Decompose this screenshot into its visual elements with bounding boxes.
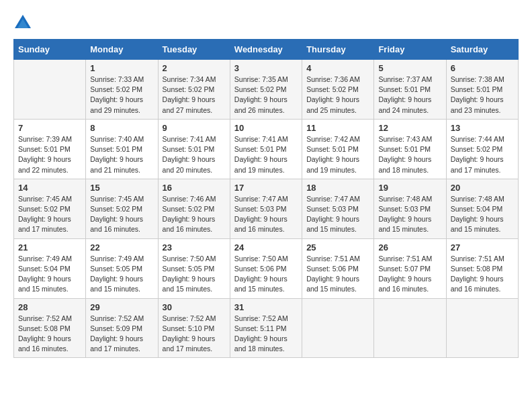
day-number: 9 [163,123,226,133]
calendar-cell: 17Sunrise: 7:47 AMSunset: 5:03 PMDayligh… [230,179,302,238]
day-info: Sunrise: 7:50 AMSunset: 5:05 PMDaylight:… [163,254,226,295]
day-number: 28 [18,302,81,312]
day-info: Sunrise: 7:40 AMSunset: 5:01 PMDaylight:… [90,134,153,175]
calendar-cell: 27Sunrise: 7:51 AMSunset: 5:08 PMDayligh… [446,238,518,298]
calendar-cell [446,298,518,358]
day-info: Sunrise: 7:33 AMSunset: 5:02 PMDaylight:… [90,75,153,116]
day-number: 16 [163,183,226,193]
day-number: 12 [378,123,441,133]
col-header-saturday: Saturday [446,40,518,60]
calendar-header-row: SundayMondayTuesdayWednesdayThursdayFrid… [14,40,519,60]
day-number: 30 [163,302,226,312]
day-info: Sunrise: 7:41 AMSunset: 5:01 PMDaylight:… [234,134,298,175]
calendar-cell: 31Sunrise: 7:52 AMSunset: 5:11 PMDayligh… [230,298,302,358]
calendar-cell [374,298,446,358]
calendar-week-row: 21Sunrise: 7:49 AMSunset: 5:04 PMDayligh… [14,238,519,298]
day-number: 5 [378,63,441,73]
day-number: 19 [378,183,441,193]
day-info: Sunrise: 7:52 AMSunset: 5:11 PMDaylight:… [234,314,298,355]
day-number: 18 [306,183,369,193]
calendar-cell: 25Sunrise: 7:51 AMSunset: 5:06 PMDayligh… [302,238,374,298]
calendar-cell: 6Sunrise: 7:38 AMSunset: 5:01 PMDaylight… [446,60,518,120]
calendar-cell: 8Sunrise: 7:40 AMSunset: 5:01 PMDaylight… [86,119,158,179]
day-info: Sunrise: 7:41 AMSunset: 5:01 PMDaylight:… [163,134,226,175]
calendar-cell: 12Sunrise: 7:43 AMSunset: 5:01 PMDayligh… [374,119,446,179]
calendar-cell: 13Sunrise: 7:44 AMSunset: 5:02 PMDayligh… [446,119,518,179]
day-info: Sunrise: 7:45 AMSunset: 5:02 PMDaylight:… [90,194,153,235]
day-info: Sunrise: 7:47 AMSunset: 5:03 PMDaylight:… [306,194,369,235]
calendar-cell: 23Sunrise: 7:50 AMSunset: 5:05 PMDayligh… [158,238,230,298]
day-info: Sunrise: 7:50 AMSunset: 5:06 PMDaylight:… [234,254,298,295]
col-header-sunday: Sunday [14,40,86,60]
day-number: 6 [451,63,514,73]
day-info: Sunrise: 7:39 AMSunset: 5:01 PMDaylight:… [18,134,81,175]
day-info: Sunrise: 7:43 AMSunset: 5:01 PMDaylight:… [378,134,441,175]
day-info: Sunrise: 7:48 AMSunset: 5:04 PMDaylight:… [451,194,514,235]
calendar-week-row: 7Sunrise: 7:39 AMSunset: 5:01 PMDaylight… [14,119,519,179]
day-number: 11 [306,123,369,133]
calendar-cell: 16Sunrise: 7:46 AMSunset: 5:02 PMDayligh… [158,179,230,238]
day-number: 20 [451,183,514,193]
calendar-cell: 14Sunrise: 7:45 AMSunset: 5:02 PMDayligh… [14,179,86,238]
day-info: Sunrise: 7:52 AMSunset: 5:10 PMDaylight:… [163,314,226,355]
day-number: 31 [234,302,298,312]
day-number: 29 [90,302,153,312]
page-header [13,13,519,32]
day-number: 7 [18,123,81,133]
day-info: Sunrise: 7:52 AMSunset: 5:08 PMDaylight:… [18,314,81,355]
calendar-cell: 22Sunrise: 7:49 AMSunset: 5:05 PMDayligh… [86,238,158,298]
day-info: Sunrise: 7:49 AMSunset: 5:05 PMDaylight:… [90,254,153,295]
calendar-cell: 11Sunrise: 7:42 AMSunset: 5:01 PMDayligh… [302,119,374,179]
calendar-cell: 1Sunrise: 7:33 AMSunset: 5:02 PMDaylight… [86,60,158,120]
day-number: 24 [234,242,298,253]
calendar-cell: 21Sunrise: 7:49 AMSunset: 5:04 PMDayligh… [14,238,86,298]
day-number: 25 [306,242,369,253]
day-number: 3 [234,63,298,73]
day-number: 21 [18,242,81,253]
calendar-week-row: 28Sunrise: 7:52 AMSunset: 5:08 PMDayligh… [14,298,519,358]
day-number: 8 [90,123,153,133]
day-info: Sunrise: 7:48 AMSunset: 5:03 PMDaylight:… [378,194,441,235]
day-number: 23 [163,242,226,253]
day-number: 27 [451,242,514,253]
calendar-cell: 2Sunrise: 7:34 AMSunset: 5:02 PMDaylight… [158,60,230,120]
day-info: Sunrise: 7:51 AMSunset: 5:07 PMDaylight:… [378,254,441,295]
day-number: 4 [306,63,369,73]
calendar-cell: 7Sunrise: 7:39 AMSunset: 5:01 PMDaylight… [14,119,86,179]
col-header-tuesday: Tuesday [158,40,230,60]
col-header-monday: Monday [86,40,158,60]
day-number: 26 [378,242,441,253]
day-number: 14 [18,183,81,193]
day-info: Sunrise: 7:35 AMSunset: 5:02 PMDaylight:… [234,75,298,116]
calendar-cell: 15Sunrise: 7:45 AMSunset: 5:02 PMDayligh… [86,179,158,238]
day-info: Sunrise: 7:51 AMSunset: 5:08 PMDaylight:… [451,254,514,295]
day-number: 1 [90,63,153,73]
day-number: 10 [234,123,298,133]
col-header-friday: Friday [374,40,446,60]
calendar-cell: 10Sunrise: 7:41 AMSunset: 5:01 PMDayligh… [230,119,302,179]
day-number: 15 [90,183,153,193]
calendar-cell: 9Sunrise: 7:41 AMSunset: 5:01 PMDaylight… [158,119,230,179]
calendar-cell: 26Sunrise: 7:51 AMSunset: 5:07 PMDayligh… [374,238,446,298]
day-info: Sunrise: 7:42 AMSunset: 5:01 PMDaylight:… [306,134,369,175]
col-header-thursday: Thursday [302,40,374,60]
day-info: Sunrise: 7:51 AMSunset: 5:06 PMDaylight:… [306,254,369,295]
day-info: Sunrise: 7:49 AMSunset: 5:04 PMDaylight:… [18,254,81,295]
calendar-cell [302,298,374,358]
calendar-cell: 24Sunrise: 7:50 AMSunset: 5:06 PMDayligh… [230,238,302,298]
calendar-week-row: 1Sunrise: 7:33 AMSunset: 5:02 PMDaylight… [14,60,519,120]
calendar-table: SundayMondayTuesdayWednesdayThursdayFrid… [13,39,519,358]
day-info: Sunrise: 7:38 AMSunset: 5:01 PMDaylight:… [451,75,514,116]
calendar-cell: 28Sunrise: 7:52 AMSunset: 5:08 PMDayligh… [14,298,86,358]
calendar-cell: 5Sunrise: 7:37 AMSunset: 5:01 PMDaylight… [374,60,446,120]
day-info: Sunrise: 7:37 AMSunset: 5:01 PMDaylight:… [378,75,441,116]
logo-icon [13,13,32,32]
calendar-cell: 30Sunrise: 7:52 AMSunset: 5:10 PMDayligh… [158,298,230,358]
calendar-cell: 19Sunrise: 7:48 AMSunset: 5:03 PMDayligh… [374,179,446,238]
day-info: Sunrise: 7:44 AMSunset: 5:02 PMDaylight:… [451,134,514,175]
day-number: 22 [90,242,153,253]
calendar-cell: 4Sunrise: 7:36 AMSunset: 5:02 PMDaylight… [302,60,374,120]
col-header-wednesday: Wednesday [230,40,302,60]
day-info: Sunrise: 7:52 AMSunset: 5:09 PMDaylight:… [90,314,153,355]
calendar-cell [14,60,86,120]
